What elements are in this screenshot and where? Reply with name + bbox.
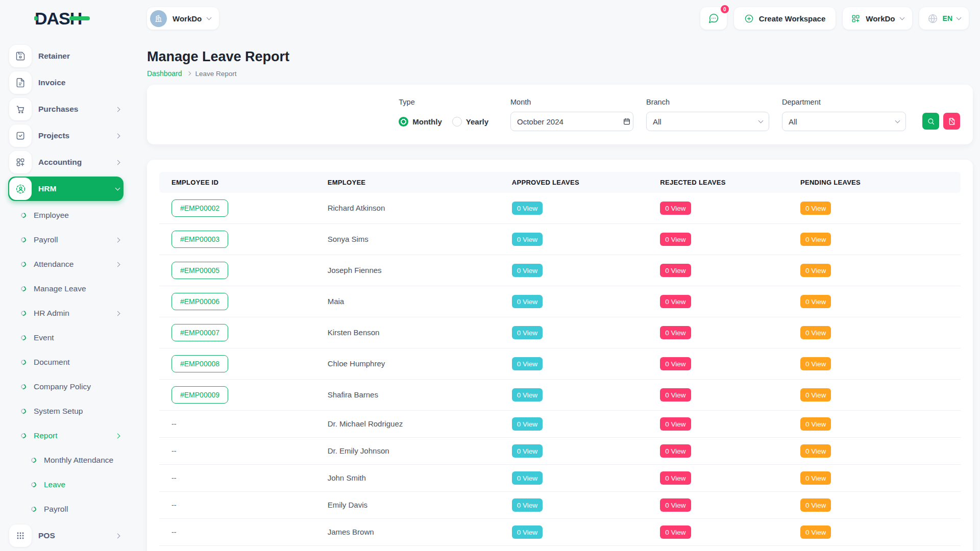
messages-button[interactable]: 0 — [700, 7, 727, 30]
sidebar-item-hr-admin[interactable]: HR Admin — [0, 301, 133, 325]
workspace-switcher[interactable]: WorkDo — [147, 7, 219, 30]
bullet-icon — [20, 432, 27, 439]
employee-id-chip[interactable]: -- — [172, 420, 176, 428]
approved-view-badge[interactable]: 0 View — [512, 357, 543, 370]
pending-view-badge[interactable]: 0 View — [800, 525, 831, 539]
employee-name-cell: Emily Davis — [328, 492, 512, 519]
employee-name: Dr. Emily Johnson — [328, 446, 389, 455]
employee-id-chip[interactable]: -- — [172, 447, 176, 455]
employee-id-chip[interactable]: #EMP00005 — [172, 262, 228, 279]
sidebar-item-payroll[interactable]: Payroll — [0, 228, 133, 252]
approved-view-badge[interactable]: 0 View — [512, 498, 543, 512]
sidebar-item-employee[interactable]: Employee — [0, 203, 133, 228]
approved-view-badge[interactable]: 0 View — [512, 233, 543, 246]
radio-monthly[interactable]: Monthly — [399, 117, 442, 127]
sidebar-item-attendance[interactable]: Attendance — [0, 252, 133, 277]
rejected-view-badge[interactable]: 0 View — [660, 264, 691, 277]
approved-view-badge[interactable]: 0 View — [512, 388, 543, 402]
sidebar-item-report[interactable]: Report — [0, 423, 133, 448]
rejected-view-badge[interactable]: 0 View — [660, 326, 691, 339]
sidebar-item-leave[interactable]: Leave — [0, 472, 133, 497]
sidebar-item-manage-leave[interactable]: Manage Leave — [0, 277, 133, 301]
sidebar-item-company-policy[interactable]: Company Policy — [0, 374, 133, 399]
approved-view-badge[interactable]: 0 View — [512, 444, 543, 458]
calendar-icon[interactable] — [623, 117, 631, 126]
employee-id-chip[interactable]: #EMP00009 — [172, 386, 228, 404]
employee-id-chip[interactable]: #EMP00002 — [172, 199, 228, 217]
employee-id-chip[interactable]: #EMP00003 — [172, 231, 228, 248]
department-select[interactable]: All — [782, 112, 906, 131]
rejected-view-badge[interactable]: 0 View — [660, 357, 691, 370]
rejected-view-badge[interactable]: 0 View — [660, 388, 691, 402]
pending-view-badge[interactable]: 0 View — [800, 326, 831, 339]
approved-view-badge[interactable]: 0 View — [512, 202, 543, 215]
employee-name: Maia — [328, 297, 345, 306]
employee-id-chip[interactable]: -- — [172, 474, 176, 482]
employee-name-cell: Joseph Fiennes — [328, 255, 512, 286]
pending-leaves-cell: 0 View — [800, 519, 961, 546]
pending-view-badge[interactable]: 0 View — [800, 202, 831, 215]
pending-view-badge[interactable]: 0 View — [800, 388, 831, 402]
approved-view-badge[interactable]: 0 View — [512, 295, 543, 308]
approved-view-badge[interactable]: 0 View — [512, 525, 543, 539]
month-input[interactable] — [517, 117, 619, 126]
sidebar-item-label: Document — [34, 358, 70, 367]
pending-view-badge[interactable]: 0 View — [800, 233, 831, 246]
plus-circle-icon — [744, 14, 754, 23]
rejected-view-badge[interactable]: 0 View — [660, 295, 691, 308]
app-menu-button[interactable]: WorkDo — [843, 7, 912, 30]
approved-view-badge[interactable]: 0 View — [512, 417, 543, 431]
sidebar-item-pos[interactable]: POS — [8, 523, 124, 548]
bullet-icon — [20, 359, 27, 366]
language-selector[interactable]: EN — [919, 7, 969, 30]
search-icon — [927, 117, 935, 126]
approved-view-badge[interactable]: 0 View — [512, 471, 543, 485]
pending-view-badge[interactable]: 0 View — [800, 417, 831, 431]
breadcrumb-dashboard-link[interactable]: Dashboard — [147, 69, 182, 78]
brand-logo[interactable]: DASH — [35, 9, 82, 29]
employee-id-chip[interactable]: -- — [172, 528, 176, 536]
search-button[interactable] — [922, 113, 939, 130]
branch-select[interactable]: All — [646, 112, 769, 131]
employee-id-chip[interactable]: #EMP00007 — [172, 324, 228, 341]
sidebar-item-report-payroll[interactable]: Payroll — [0, 497, 133, 521]
rejected-view-badge[interactable]: 0 View — [660, 444, 691, 458]
pending-view-badge[interactable]: 0 View — [800, 357, 831, 370]
rejected-view-badge[interactable]: 0 View — [660, 233, 691, 246]
sidebar-item-label: Leave — [44, 480, 65, 489]
pending-view-badge[interactable]: 0 View — [800, 444, 831, 458]
pending-view-badge[interactable]: 0 View — [800, 295, 831, 308]
employee-id-chip[interactable]: #EMP00008 — [172, 355, 228, 372]
sidebar-item-system-setup[interactable]: System Setup — [0, 399, 133, 423]
sidebar-item-retainer[interactable]: Retainer — [8, 44, 124, 68]
rejected-view-badge[interactable]: 0 View — [660, 525, 691, 539]
rejected-view-badge[interactable]: 0 View — [660, 471, 691, 485]
table-row: #EMP00007 Kirsten Benson 0 View 0 View 0 — [159, 317, 961, 348]
employee-name: Joseph Fiennes — [328, 266, 382, 274]
create-workspace-button[interactable]: Create Workspace — [734, 7, 836, 30]
sidebar-item-invoice[interactable]: Invoice — [8, 70, 124, 95]
reset-button[interactable] — [943, 113, 960, 130]
sidebar-item-accounting[interactable]: Accounting — [8, 150, 124, 174]
approved-view-badge[interactable]: 0 View — [512, 264, 543, 277]
rejected-view-badge[interactable]: 0 View — [660, 202, 691, 215]
sidebar-item-label: HRM — [38, 184, 56, 193]
employee-id-chip[interactable]: #EMP00006 — [172, 293, 228, 310]
sidebar-item-hrm[interactable]: HRM — [8, 177, 124, 201]
pending-view-badge[interactable]: 0 View — [800, 471, 831, 485]
sidebar-item-projects[interactable]: Projects — [8, 123, 124, 148]
sidebar-item-monthly-attendance[interactable]: Monthly Attendance — [0, 448, 133, 472]
employee-id-chip[interactable]: -- — [172, 501, 176, 509]
approved-view-badge[interactable]: 0 View — [512, 326, 543, 339]
column-rejected-leaves: REJECTED LEAVES — [660, 172, 800, 193]
sidebar-item-purchases[interactable]: Purchases — [8, 97, 124, 121]
sidebar-item-event[interactable]: Event — [0, 325, 133, 350]
rejected-view-badge[interactable]: 0 View — [660, 498, 691, 512]
pending-view-badge[interactable]: 0 View — [800, 498, 831, 512]
radio-yearly[interactable]: Yearly — [452, 117, 488, 127]
rejected-view-badge[interactable]: 0 View — [660, 417, 691, 431]
sidebar-item-label: System Setup — [34, 407, 83, 416]
bullet-icon — [20, 236, 27, 243]
sidebar-item-document[interactable]: Document — [0, 350, 133, 374]
pending-view-badge[interactable]: 0 View — [800, 264, 831, 277]
